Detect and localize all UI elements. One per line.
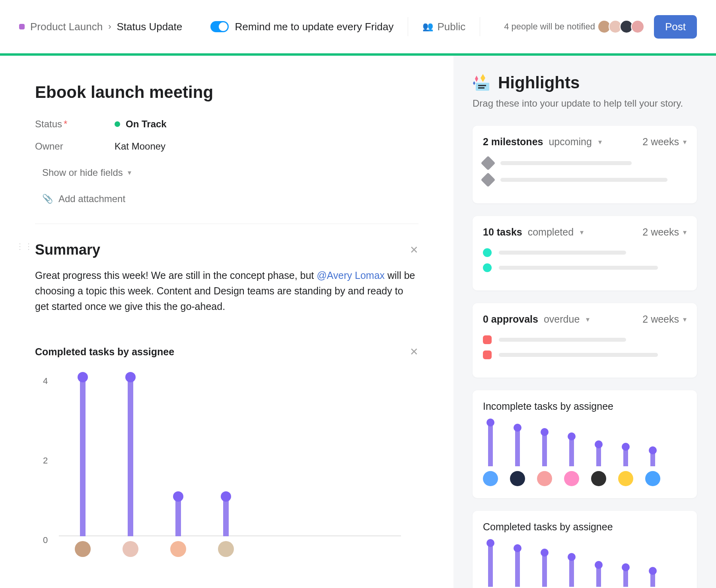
- chevron-down-icon: ▾: [683, 228, 687, 237]
- avatar[interactable]: [645, 471, 660, 486]
- avatar[interactable]: [631, 20, 644, 33]
- avatar[interactable]: [483, 471, 498, 486]
- visibility-label: Public: [437, 21, 465, 33]
- status-value[interactable]: On Track: [126, 119, 167, 130]
- placeholder-bar: [499, 266, 658, 270]
- chart-bar[interactable]: [128, 377, 133, 536]
- mini-chart-dot: [486, 539, 494, 547]
- highlight-card[interactable]: 0 approvals overdue ▾ 2 weeks ▾: [473, 303, 697, 378]
- mini-chart-title: Completed tasks by assignee: [483, 521, 687, 533]
- placeholder-bar: [499, 251, 626, 255]
- avatar[interactable]: [591, 471, 606, 486]
- owner-row: Owner Kat Mooney: [35, 141, 418, 152]
- avatar[interactable]: [123, 541, 138, 557]
- summary-title: Summary: [35, 241, 410, 258]
- card-state[interactable]: upcoming: [549, 136, 591, 148]
- y-tick: 0: [43, 535, 48, 545]
- remind-toggle[interactable]: [210, 21, 229, 32]
- mini-chart-bar[interactable]: [542, 432, 547, 466]
- chart-bar-dot: [221, 491, 231, 502]
- owner-label: Owner: [35, 141, 115, 152]
- show-hide-fields[interactable]: Show or hide fields ▾: [42, 167, 418, 178]
- mini-chart-bar[interactable]: [623, 447, 628, 467]
- avatar[interactable]: [218, 541, 234, 557]
- card-range[interactable]: 2 weeks ▾: [642, 136, 687, 148]
- user-mention[interactable]: @Avery Lomax: [317, 270, 385, 281]
- avatar[interactable]: [537, 471, 552, 486]
- post-button[interactable]: Post: [654, 15, 697, 39]
- card-item-row: [483, 263, 687, 272]
- divider: [408, 17, 408, 36]
- mini-chart-dot: [568, 432, 576, 440]
- mini-chart-bar[interactable]: [488, 423, 493, 466]
- card-range[interactable]: 2 weeks ▾: [642, 313, 687, 325]
- chart-bar[interactable]: [175, 496, 181, 536]
- mini-chart-bar[interactable]: [650, 571, 655, 587]
- summary-header: Summary ✕: [35, 241, 418, 258]
- notify-text: 4 people will be notified: [504, 21, 595, 32]
- chevron-down-icon: ▾: [598, 138, 602, 146]
- card-count: 10 tasks: [483, 226, 522, 238]
- mini-chart-bar[interactable]: [542, 553, 547, 587]
- notified-avatars[interactable]: [600, 20, 644, 33]
- chart-bar[interactable]: [80, 377, 86, 536]
- breadcrumb-project[interactable]: Product Launch: [30, 21, 103, 33]
- remind-toggle-row: Remind me to update every Friday: [210, 21, 394, 33]
- mini-chart-bar[interactable]: [623, 567, 628, 587]
- avatar[interactable]: [510, 471, 525, 486]
- chart-title: Completed tasks by assignee: [35, 346, 410, 358]
- chevron-down-icon: ▾: [580, 228, 584, 237]
- card-range[interactable]: 2 weeks ▾: [642, 226, 687, 238]
- mini-chart-bar[interactable]: [596, 565, 601, 587]
- y-tick: 2: [43, 456, 48, 466]
- drag-handle-icon[interactable]: ⋮⋮: [16, 241, 33, 251]
- placeholder-bar: [499, 338, 626, 342]
- mini-chart: [483, 423, 687, 486]
- avatar[interactable]: [564, 471, 579, 486]
- divider: [480, 17, 480, 36]
- remove-summary-button[interactable]: ✕: [410, 244, 418, 256]
- y-tick: 4: [43, 376, 48, 386]
- circle-icon: [483, 248, 492, 257]
- chevron-down-icon: ▾: [683, 138, 687, 146]
- remove-chart-button[interactable]: ✕: [410, 346, 418, 358]
- avatar[interactable]: [75, 541, 91, 557]
- add-attachment[interactable]: 📎 Add attachment: [42, 193, 418, 204]
- chart-bar-dot: [78, 372, 88, 382]
- highlight-card[interactable]: 10 tasks completed ▾ 2 weeks ▾: [473, 216, 697, 290]
- chart-bar-dot: [125, 372, 136, 382]
- mini-chart-bar[interactable]: [515, 548, 520, 587]
- mini-chart-bar[interactable]: [515, 428, 520, 466]
- card-count: 2 milestones: [483, 136, 543, 148]
- mini-chart-dot: [541, 428, 549, 436]
- highlights-header: Highlights: [473, 73, 697, 92]
- highlight-chart-card[interactable]: Completed tasks by assignee: [473, 511, 697, 588]
- highlight-chart-card[interactable]: Incomplete tasks by assignee: [473, 390, 697, 498]
- status-label: Status*: [35, 119, 115, 130]
- mini-chart-dot: [649, 567, 657, 575]
- mini-chart-dot: [595, 440, 603, 448]
- mini-chart-bar[interactable]: [569, 436, 574, 466]
- mini-chart-bar[interactable]: [488, 543, 493, 587]
- mini-chart-bar[interactable]: [569, 557, 574, 587]
- highlights-panel: Highlights Drag these into your update t…: [453, 56, 716, 588]
- summary-text[interactable]: Great progress this week! We are still i…: [35, 268, 418, 314]
- owner-value[interactable]: Kat Mooney: [115, 141, 165, 152]
- visibility[interactable]: 👥 Public: [422, 21, 465, 33]
- mini-chart-dot: [541, 549, 549, 557]
- mini-chart-bar[interactable]: [596, 444, 601, 466]
- mini-chart-bar[interactable]: [650, 450, 655, 466]
- mini-chart-dot: [514, 544, 521, 552]
- breadcrumb-page: Status Update: [117, 21, 182, 33]
- svg-marker-3: [475, 76, 478, 82]
- page-title[interactable]: Ebook launch meeting: [35, 83, 418, 102]
- chevron-down-icon: ▾: [683, 315, 687, 324]
- topbar: Product Launch › Status Update Remind me…: [0, 0, 716, 56]
- card-state[interactable]: completed: [528, 226, 574, 238]
- card-state[interactable]: overdue: [544, 313, 580, 325]
- chart-bar[interactable]: [223, 496, 229, 536]
- avatar[interactable]: [618, 471, 633, 486]
- avatar[interactable]: [170, 541, 186, 557]
- highlight-card[interactable]: 2 milestones upcoming ▾ 2 weeks ▾: [473, 126, 697, 203]
- placeholder-bar: [500, 161, 632, 165]
